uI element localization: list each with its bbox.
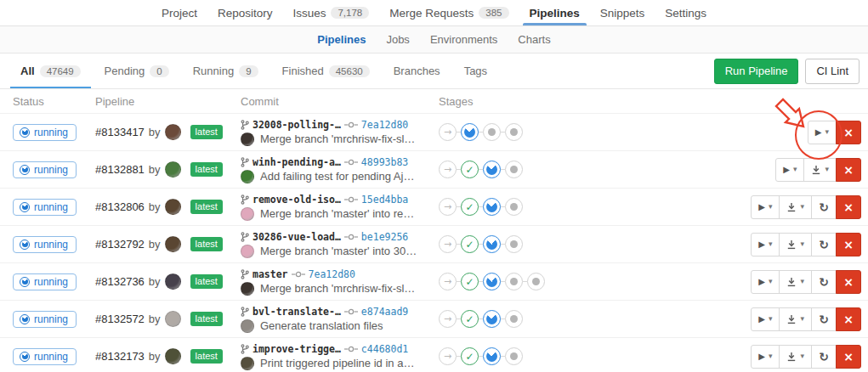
- filter-tab-finished[interactable]: Finished 45630: [270, 54, 382, 88]
- pipeline-id-link[interactable]: #8132173: [95, 350, 145, 363]
- branch-link[interactable]: 30286-vue-load…: [252, 231, 341, 243]
- stage-icon-created[interactable]: [483, 123, 501, 141]
- stage-icon-passed[interactable]: ✓: [461, 235, 479, 253]
- branch-link[interactable]: improve-trigge…: [252, 343, 341, 355]
- download-pipeline-button[interactable]: ▾: [779, 195, 812, 219]
- cancel-pipeline-button[interactable]: ×: [836, 121, 861, 144]
- run-pipeline-button[interactable]: Run Pipeline: [714, 59, 799, 84]
- download-pipeline-button[interactable]: ▾: [779, 270, 812, 294]
- top-nav-item-merge-requests[interactable]: Merge Requests 385: [379, 0, 519, 25]
- stage-icon-passed[interactable]: ✓: [461, 310, 479, 328]
- download-pipeline-button[interactable]: ▾: [779, 233, 812, 256]
- stage-icon-passed[interactable]: ✓: [461, 161, 479, 178]
- commit-message-link[interactable]: Merge branch 'master' into 30…: [260, 245, 417, 257]
- commit-message-link[interactable]: Merge branch 'master' into re…: [260, 207, 414, 220]
- commit-author-avatar[interactable]: [241, 132, 254, 146]
- stage-icon-running[interactable]: [483, 161, 501, 178]
- stage-icon-passed[interactable]: ✓: [461, 198, 479, 216]
- filter-tab-all[interactable]: All 47649: [9, 54, 93, 88]
- stage-icon-skipped[interactable]: →: [439, 235, 457, 253]
- status-badge-running[interactable]: running: [13, 348, 77, 365]
- stage-icon-running[interactable]: [461, 123, 479, 141]
- pipeline-author-avatar[interactable]: [165, 273, 181, 290]
- commit-message-link[interactable]: Merge branch 'mrchrisw-fix-sl…: [260, 132, 415, 145]
- retry-pipeline-button[interactable]: ↻: [811, 307, 837, 331]
- stage-icon-created[interactable]: [505, 161, 523, 178]
- status-badge-running[interactable]: running: [13, 161, 77, 178]
- sub-nav-item-environments[interactable]: Environments: [420, 26, 508, 53]
- ci-lint-button[interactable]: CI Lint: [805, 59, 859, 84]
- branch-link[interactable]: remove-old-iso…: [252, 194, 341, 206]
- stage-icon-created[interactable]: [505, 347, 523, 365]
- filter-tab-pending[interactable]: Pending 0: [93, 54, 181, 88]
- status-badge-running[interactable]: running: [13, 199, 77, 216]
- status-badge-running[interactable]: running: [13, 236, 77, 253]
- pipeline-author-avatar[interactable]: [165, 236, 181, 252]
- cancel-pipeline-button[interactable]: ×: [836, 233, 861, 256]
- status-badge-running[interactable]: running: [13, 311, 77, 328]
- stage-icon-skipped[interactable]: →: [439, 123, 457, 141]
- pipeline-id-link[interactable]: #8132806: [95, 200, 145, 213]
- filter-tab-running[interactable]: Running 9: [181, 54, 270, 88]
- commit-author-avatar[interactable]: [241, 170, 254, 183]
- pipeline-author-avatar[interactable]: [165, 161, 181, 178]
- stage-icon-created[interactable]: [505, 310, 523, 328]
- sub-nav-item-pipelines[interactable]: Pipelines: [307, 26, 376, 53]
- retry-pipeline-button[interactable]: ↻: [811, 345, 837, 369]
- stage-icon-created[interactable]: [505, 235, 523, 253]
- commit-author-avatar[interactable]: [241, 245, 254, 258]
- stage-icon-running[interactable]: [483, 235, 501, 253]
- pipeline-author-avatar[interactable]: [165, 348, 181, 364]
- download-pipeline-button[interactable]: ▾: [803, 158, 837, 182]
- branch-link[interactable]: winh-pending-a…: [252, 156, 341, 168]
- pipeline-author-avatar[interactable]: [165, 124, 181, 140]
- stage-icon-skipped[interactable]: →: [439, 347, 457, 365]
- stage-icon-running[interactable]: [483, 347, 501, 365]
- play-pipeline-button[interactable]: ▶▾: [775, 158, 804, 182]
- stage-icon-created[interactable]: [527, 273, 545, 290]
- commit-message-link[interactable]: Print triggered pipeline id in a…: [260, 357, 414, 369]
- commit-author-avatar[interactable]: [241, 282, 254, 296]
- stage-icon-skipped[interactable]: →: [439, 198, 457, 216]
- stage-icon-skipped[interactable]: →: [439, 161, 457, 178]
- top-nav-item-snippets[interactable]: Snippets: [590, 0, 655, 25]
- stage-icon-created[interactable]: [505, 273, 523, 290]
- commit-author-avatar[interactable]: [241, 357, 254, 370]
- top-nav-item-project[interactable]: Project: [151, 0, 207, 25]
- download-pipeline-button[interactable]: ▾: [779, 307, 812, 331]
- play-pipeline-button[interactable]: ▶▾: [751, 345, 780, 369]
- sub-nav-item-charts[interactable]: Charts: [508, 26, 560, 53]
- stage-icon-created[interactable]: [505, 198, 523, 216]
- pipeline-id-link[interactable]: #8133417: [95, 126, 145, 138]
- stage-icon-running[interactable]: [483, 310, 501, 328]
- retry-pipeline-button[interactable]: ↻: [811, 270, 837, 294]
- commit-message-link[interactable]: Merge branch 'mrchrisw-fix-sl…: [260, 282, 415, 295]
- play-pipeline-button[interactable]: ▶▾: [808, 121, 837, 144]
- download-pipeline-button[interactable]: ▾: [779, 345, 812, 369]
- play-pipeline-button[interactable]: ▶▾: [751, 195, 780, 219]
- stage-icon-skipped[interactable]: →: [439, 273, 457, 290]
- status-badge-running[interactable]: running: [13, 124, 77, 141]
- cancel-pipeline-button[interactable]: ×: [836, 345, 861, 369]
- top-nav-item-pipelines[interactable]: Pipelines: [519, 0, 590, 25]
- branch-link[interactable]: 32008-polling-…: [252, 119, 341, 131]
- cancel-pipeline-button[interactable]: ×: [836, 158, 861, 182]
- pipeline-id-link[interactable]: #8132881: [95, 163, 145, 176]
- cancel-pipeline-button[interactable]: ×: [836, 307, 861, 331]
- commit-message-link[interactable]: Add failing test for pending Aj…: [260, 170, 414, 183]
- commit-sha-link[interactable]: e874aad9: [361, 306, 408, 318]
- branch-link[interactable]: master: [252, 268, 288, 280]
- commit-sha-link[interactable]: c44680d1: [361, 343, 408, 355]
- commit-sha-link[interactable]: 15ed4bba: [361, 194, 408, 206]
- filter-tab-tags[interactable]: Tags: [452, 54, 499, 88]
- retry-pipeline-button[interactable]: ↻: [811, 195, 837, 219]
- stage-icon-skipped[interactable]: →: [439, 310, 457, 328]
- pipeline-author-avatar[interactable]: [165, 199, 181, 215]
- pipeline-id-link[interactable]: #8132792: [95, 238, 145, 251]
- top-nav-item-issues[interactable]: Issues 7,178: [282, 0, 379, 25]
- commit-author-avatar[interactable]: [241, 319, 254, 333]
- cancel-pipeline-button[interactable]: ×: [836, 270, 861, 294]
- top-nav-item-settings[interactable]: Settings: [655, 0, 717, 25]
- stage-icon-passed[interactable]: ✓: [461, 273, 479, 290]
- pipeline-id-link[interactable]: #8132736: [95, 275, 145, 288]
